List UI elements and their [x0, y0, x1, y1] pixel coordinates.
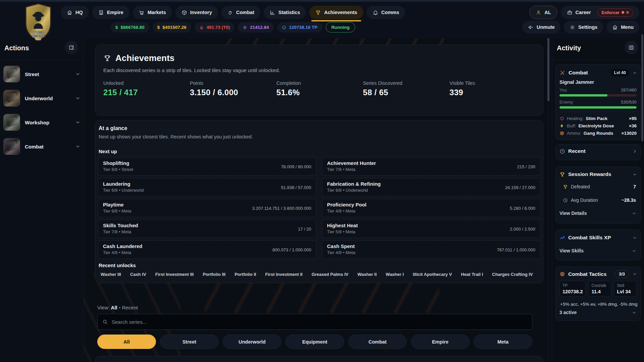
stat-points: Points 3.150 / 6.000	[190, 80, 276, 97]
session-rewards-header[interactable]: Session Rewards	[559, 171, 637, 177]
tile-name: Skills Touched	[103, 223, 311, 228]
nav-achievements[interactable]: Achievements	[309, 6, 363, 19]
nav-combat[interactable]: Combat	[221, 6, 260, 19]
filter-tab-street[interactable]: Street	[160, 335, 219, 349]
next-up-tile[interactable]: Shoplifting Tier 6/8 • Street 78.009 / 8…	[98, 157, 316, 176]
player-avatar-button[interactable]: AL	[529, 6, 557, 19]
unlock-chip: Washer II	[358, 272, 377, 277]
person-icon	[536, 10, 541, 15]
search-input[interactable]	[112, 319, 514, 325]
rank-pip-icon	[622, 11, 624, 14]
sidebar-item-street[interactable]: Street	[3, 64, 80, 84]
recent-card-title: Recent	[568, 148, 629, 154]
street-thumbnail-icon	[3, 66, 20, 82]
stat-label: TP	[562, 283, 583, 288]
filter-tab-combat[interactable]: Combat	[348, 335, 407, 349]
crossed-swords-icon	[559, 70, 566, 76]
player-hp-bar	[559, 94, 637, 97]
game-logo: CRIME EMPIRE IDLE	[24, 3, 52, 42]
scrollbar-thumb[interactable]	[547, 38, 549, 101]
next-up-tile[interactable]: Skills Touched Tier 7/8 • Meta 17 / 20	[98, 220, 316, 238]
consumable-count: ×13020	[622, 131, 637, 136]
nav-comms[interactable]: Comms	[367, 6, 405, 19]
combat-skills-header[interactable]: Combat Skills XP	[559, 235, 637, 241]
unlock-chip: Illicit Apothecary V	[413, 272, 452, 277]
healing-consumable-row: Healing: Stim Pack ×95	[559, 115, 637, 122]
recent-unlocks-heading: Recent unlocks	[99, 262, 136, 268]
next-up-grid: Shoplifting Tier 6/8 • Street 78.009 / 8…	[98, 157, 540, 259]
next-up-tile[interactable]: Highest Heat Tier 5/8 • Meta 2.000 / 2.5…	[322, 220, 540, 238]
svg-text:IDLE: IDLE	[35, 38, 42, 41]
recent-card[interactable]: Recent	[555, 144, 641, 160]
consumable-type: Healing:	[567, 116, 584, 121]
stat-completion: Completion 51.6%	[276, 80, 363, 97]
consumable-count: ×36	[629, 123, 637, 128]
filter-tab-underworld[interactable]: Underworld	[223, 335, 281, 349]
building-icon	[98, 10, 104, 15]
combat-activity-card: Combat Lvl 40 Signal Jammer You 287/460 …	[555, 64, 641, 140]
running-label: Running	[331, 25, 350, 30]
player-hp-fill	[559, 94, 607, 97]
activity-collapse-button[interactable]	[625, 41, 638, 54]
career-button[interactable]: Career Enforcer	[561, 6, 639, 19]
activity-scrollbar-thumb[interactable]	[641, 34, 643, 141]
unlock-chip: Washer I	[386, 272, 404, 277]
nav-hq[interactable]: HQ	[61, 6, 89, 19]
gear-icon	[570, 24, 575, 30]
sidebar-item-workshop[interactable]: Workshop	[3, 113, 80, 132]
next-up-tile[interactable]: Cash Laundered Tier 4/8 • Meta 800.073 /…	[98, 240, 316, 259]
stat-label: Series Discovered	[363, 80, 449, 86]
view-mode-all[interactable]: All	[111, 305, 117, 310]
next-up-tile[interactable]: Proficiency Pool Tier 4/8 • Meta 5.280 /…	[322, 199, 540, 217]
filter-tab-equipment[interactable]: Equipment	[285, 335, 344, 349]
trophy-icon	[103, 54, 111, 62]
sidebar-item-underworld[interactable]: Underworld	[3, 88, 80, 108]
view-details-link[interactable]: View Details	[559, 210, 637, 216]
settings-button[interactable]: Settings	[564, 21, 603, 34]
nav-empire[interactable]: Empire	[92, 6, 129, 19]
page-subtitle: Each discovered series is a strip of til…	[103, 67, 280, 73]
unmute-button[interactable]: Unmute	[522, 21, 560, 34]
filter-tab-meta[interactable]: Meta	[474, 335, 532, 349]
enemy-hp-value: 530/530	[621, 100, 637, 105]
actions-sidebar: Actions Street Underworld Workshop Comba…	[0, 38, 84, 362]
tile-progress: 51.836 / 57.000	[281, 185, 311, 190]
sidebar-item-combat[interactable]: Combat	[3, 137, 80, 156]
filter-tab-all[interactable]: All	[97, 335, 156, 349]
consumable-name: Gang Rounds	[584, 131, 619, 136]
next-up-tile[interactable]: Playtime Tier 8/8 • Meta 3.207.114.751 /…	[98, 199, 316, 217]
clock-icon	[563, 198, 568, 203]
active-tactics-link[interactable]: 3 active	[559, 310, 637, 315]
page-title: Achievements	[115, 53, 174, 63]
nav-markets[interactable]: Markets	[133, 6, 172, 19]
sidebar-collapse-button[interactable]	[65, 41, 78, 54]
unlock-chip: Washer III	[101, 272, 121, 277]
next-up-tile[interactable]: Cash Spent Tier 4/8 • Meta 767.011 / 1.0…	[322, 240, 540, 259]
combat-tactics-header[interactable]: Combat Tactics 3/3	[559, 270, 637, 278]
view-skills-link[interactable]: View Skills	[559, 248, 637, 253]
combat-card-header[interactable]: Combat Lvl 40	[559, 69, 637, 76]
nav-inventory[interactable]: Inventory	[175, 6, 218, 19]
tile-progress: 5.280 / 6.000	[510, 205, 535, 210]
heat-resource: 491.73 (T0)	[195, 22, 235, 33]
chevron-down-icon	[632, 211, 637, 216]
tile-meta: Tier 6/8 • Underworld	[327, 188, 535, 193]
next-up-tile[interactable]: Fabrication & Refining Tier 6/8 • Underw…	[322, 178, 540, 196]
filter-tab-empire[interactable]: Empire	[411, 335, 470, 349]
main-scrollbar[interactable]	[547, 38, 550, 362]
tile-progress: 2.000 / 2.500	[510, 226, 535, 231]
nav-statistics[interactable]: Statistics	[264, 6, 306, 19]
next-up-tile[interactable]: Achievement Hunter Tier 7/8 • Meta 215 /…	[322, 157, 540, 176]
session-rewards-card: Session Rewards Defeated 7 Avg Duration …	[555, 167, 641, 224]
view-label: View:	[97, 305, 109, 310]
view-mode-recent[interactable]: Recent	[122, 305, 138, 310]
menu-button[interactable]: Menu	[606, 21, 639, 34]
view-mode-row: View: All • Recent	[97, 305, 138, 310]
unlock-chip: Greased Palms IV	[312, 272, 348, 277]
box-icon	[181, 10, 187, 15]
next-up-tile[interactable]: Laundering Tier 6/8 • Underworld 51.836 …	[98, 178, 316, 196]
tp-resource: 120738.16 TP	[277, 22, 322, 33]
lightning-bolt-icon	[559, 123, 565, 128]
sidebar-item-label: Street	[25, 71, 70, 77]
view-skills-label: View Skills	[559, 248, 632, 253]
